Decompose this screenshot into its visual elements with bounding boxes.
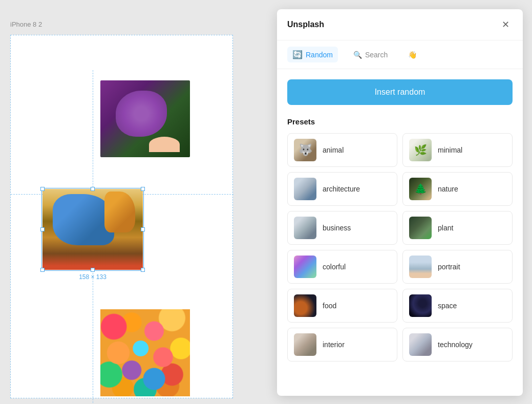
close-button[interactable]: ✕	[498, 17, 513, 32]
preset-thumb-interior	[294, 333, 316, 356]
device-frame: 158 × 133	[10, 35, 233, 398]
handle-mid-left[interactable]	[40, 227, 45, 231]
presets-grid: animalminimalarchitecturenaturebusinessp…	[287, 133, 513, 362]
preset-minimal[interactable]: minimal	[402, 133, 513, 167]
tab-random[interactable]: 🔄 Random	[287, 47, 338, 62]
search-icon: 🔍	[353, 51, 362, 59]
preset-portrait[interactable]: portrait	[402, 250, 513, 284]
canvas-area: iPhone 8 2 158 × 133	[0, 0, 266, 404]
preset-label-technology: technology	[438, 341, 473, 349]
panel-header: Unsplash ✕	[277, 9, 523, 40]
preset-thumb-food	[294, 294, 316, 317]
image-flowers	[100, 80, 190, 157]
preset-label-animal: animal	[323, 146, 344, 154]
preset-space[interactable]: space	[402, 289, 513, 323]
preset-label-portrait: portrait	[438, 263, 460, 271]
image-balls	[100, 309, 190, 396]
image-carousel	[42, 189, 143, 270]
preset-thumb-architecture	[294, 178, 316, 200]
preset-label-architecture: architecture	[323, 185, 360, 193]
presets-label: Presets	[287, 117, 513, 126]
preset-label-nature: nature	[438, 185, 458, 193]
preset-label-space: space	[438, 302, 457, 310]
preset-architecture[interactable]: architecture	[287, 172, 397, 206]
preset-thumb-animal	[294, 139, 316, 161]
preset-technology[interactable]: technology	[402, 328, 513, 362]
size-label: 158 × 133	[62, 273, 123, 281]
preset-thumb-business	[294, 217, 316, 239]
wave-icon: 👋	[408, 51, 417, 59]
handle-bottom-left[interactable]	[40, 268, 45, 272]
preset-colorful[interactable]: colorful	[287, 250, 397, 284]
handle-top-mid[interactable]	[91, 187, 95, 191]
random-icon: 🔄	[292, 50, 303, 59]
handle-top-left[interactable]	[40, 187, 45, 191]
preset-animal[interactable]: animal	[287, 133, 397, 167]
preset-plant[interactable]: plant	[402, 211, 513, 245]
preset-label-minimal: minimal	[438, 146, 462, 154]
preset-label-business: business	[323, 224, 351, 232]
handle-top-right[interactable]	[141, 187, 145, 191]
preset-thumb-minimal	[409, 139, 432, 161]
preset-thumb-portrait	[409, 256, 432, 278]
preset-thumb-space	[409, 294, 432, 317]
unsplash-panel: Unsplash ✕ 🔄 Random 🔍 Search 👋 Insert ra…	[277, 9, 523, 396]
tab-random-label: Random	[306, 51, 333, 59]
panel-title: Unsplash	[287, 20, 324, 29]
preset-thumb-technology	[409, 333, 432, 356]
handle-mid-right[interactable]	[141, 227, 145, 231]
preset-label-interior: interior	[323, 341, 345, 349]
preset-thumb-colorful	[294, 256, 316, 278]
panel-content: Insert random Presets animalminimalarchi…	[277, 69, 523, 396]
preset-thumb-nature	[409, 178, 432, 200]
tab-search-label: Search	[365, 51, 388, 59]
tab-search[interactable]: 🔍 Search	[348, 48, 393, 62]
handle-bottom-mid[interactable]	[91, 268, 95, 272]
preset-business[interactable]: business	[287, 211, 397, 245]
preset-label-colorful: colorful	[323, 263, 346, 271]
tabs-bar: 🔄 Random 🔍 Search 👋	[277, 40, 523, 69]
preset-label-food: food	[323, 302, 336, 310]
handle-bottom-right[interactable]	[141, 268, 145, 272]
preset-label-plant: plant	[438, 224, 453, 232]
preset-food[interactable]: food	[287, 289, 397, 323]
preset-thumb-plant	[409, 217, 432, 239]
image-carousel-selected[interactable]	[42, 189, 143, 270]
tab-wave[interactable]: 👋	[403, 48, 422, 62]
device-label: iPhone 8 2	[10, 20, 42, 28]
preset-interior[interactable]: interior	[287, 328, 397, 362]
preset-nature[interactable]: nature	[402, 172, 513, 206]
insert-random-button[interactable]: Insert random	[287, 79, 513, 105]
